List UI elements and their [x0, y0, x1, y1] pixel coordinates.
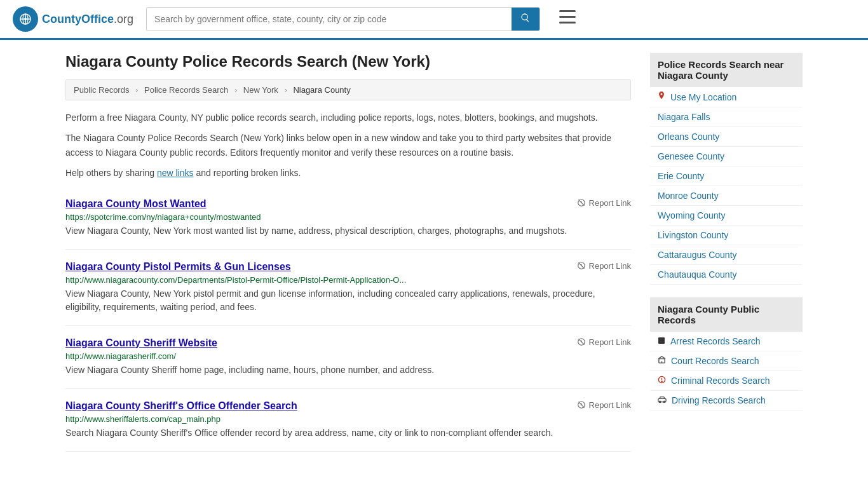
breadcrumb-public-records[interactable]: Public Records	[74, 85, 129, 95]
intro-paragraph-3: Help others by sharing new links and rep…	[65, 166, 631, 180]
sidebar-nearby-item: Cattaraugus County	[650, 245, 803, 265]
result-title[interactable]: Niagara County Most Wanted	[65, 198, 207, 210]
breadcrumb-new-york[interactable]: New York	[243, 85, 278, 95]
court-icon	[658, 356, 666, 366]
result-item: Niagara County Sheriff Website Report Li…	[65, 326, 631, 389]
search-bar	[146, 7, 540, 31]
sidebar-public-records-item: Driving Records Search	[650, 391, 803, 410]
search-input[interactable]	[147, 8, 512, 30]
svg-point-24	[659, 401, 661, 403]
sidebar-nearby-link[interactable]: Erie County	[658, 171, 704, 181]
sidebar-nearby-item: Genesee County	[650, 147, 803, 166]
sidebar-nearby-item: Livingston County	[650, 226, 803, 245]
svg-point-22	[661, 381, 662, 382]
result-title[interactable]: Niagara County Sheriff's Office Offender…	[65, 400, 297, 412]
sidebar-public-records-item: Court Records Search	[650, 351, 803, 371]
sidebar-nearby-item: Wyoming County	[650, 206, 803, 226]
result-desc: View Niagara County, New York most wante…	[65, 224, 631, 238]
svg-rect-6	[559, 10, 576, 12]
location-icon	[658, 92, 665, 102]
result-header: Niagara County Most Wanted Report Link	[65, 198, 631, 210]
sidebar-public-records-link[interactable]: Arrest Records Search	[670, 336, 761, 346]
sidebar-nearby-item: Monroe County	[650, 186, 803, 206]
sidebar-public-records-item: Arrest Records Search	[650, 332, 803, 351]
report-link-button[interactable]: Report Link	[577, 198, 631, 208]
breadcrumb: Public Records › Police Records Search ›…	[65, 79, 631, 100]
sidebar-nearby-link[interactable]: Chautauqua County	[658, 269, 737, 280]
sidebar-nearby-title: Police Records Search near Niagara Count…	[650, 53, 803, 87]
sidebar-public-records-link[interactable]: Driving Records Search	[672, 395, 766, 405]
report-icon	[577, 261, 586, 270]
result-title[interactable]: Niagara County Pistol Permits & Gun Lice…	[65, 261, 291, 273]
logo-text: CountyOffice.org	[42, 13, 133, 26]
sidebar-nearby-link[interactable]: Cattaraugus County	[658, 250, 737, 260]
report-link-button[interactable]: Report Link	[577, 400, 631, 410]
result-item: Niagara County Pistol Permits & Gun Lice…	[65, 250, 631, 326]
arrest-icon	[658, 337, 665, 346]
sidebar-public-records-link[interactable]: Criminal Records Search	[671, 376, 770, 386]
sidebar-nearby-section: Police Records Search near Niagara Count…	[650, 53, 803, 285]
result-url[interactable]: http://www.niagarasheriff.com/	[65, 351, 631, 361]
result-desc: Search Niagara County Sheriff's Office o…	[65, 426, 631, 440]
svg-point-5	[24, 18, 27, 20]
sidebar-nearby-item: Chautauqua County	[650, 265, 803, 285]
sidebar-public-records-title: Niagara County Public Records	[650, 297, 803, 332]
sidebar-nearby-item: Orleans County	[650, 127, 803, 147]
svg-rect-17	[658, 337, 665, 344]
content-area: Niagara County Police Records Search (Ne…	[65, 53, 631, 452]
svg-rect-7	[559, 16, 576, 18]
result-title[interactable]: Niagara County Sheriff Website	[65, 337, 217, 349]
breadcrumb-police-records[interactable]: Police Records Search	[144, 85, 228, 95]
report-icon	[577, 337, 586, 346]
sidebar: Police Records Search near Niagara Count…	[650, 53, 803, 452]
sidebar-nearby-link[interactable]: Genesee County	[658, 151, 724, 161]
result-item: Niagara County Most Wanted Report Link h…	[65, 187, 631, 250]
sidebar-public-records-list: Arrest Records Search Court Records Sear…	[650, 332, 803, 410]
sidebar-nearby-link[interactable]: Wyoming County	[658, 210, 725, 220]
sidebar-nearby-link[interactable]: Use My Location	[670, 92, 736, 102]
sidebar-nearby-link[interactable]: Orleans County	[658, 132, 719, 142]
driving-icon	[658, 396, 667, 405]
svg-rect-8	[559, 22, 576, 24]
criminal-icon	[658, 376, 666, 386]
report-link-button[interactable]: Report Link	[577, 337, 631, 347]
sidebar-nearby-link[interactable]: Niagara Falls	[658, 112, 710, 122]
result-desc: View Niagara County, New York pistol per…	[65, 287, 631, 314]
sidebar-public-records-section: Niagara County Public Records Arrest Rec…	[650, 297, 803, 410]
report-icon	[577, 400, 586, 409]
new-links-link[interactable]: new links	[157, 168, 194, 178]
sidebar-nearby-item: Erie County	[650, 166, 803, 186]
result-url[interactable]: https://spotcrime.com/ny/niagara+county/…	[65, 212, 631, 222]
hamburger-menu[interactable]	[559, 10, 576, 28]
search-button[interactable]	[512, 8, 539, 30]
report-icon	[577, 198, 586, 207]
page-title: Niagara County Police Records Search (Ne…	[65, 53, 631, 71]
site-logo[interactable]: CountyOffice.org	[13, 6, 133, 32]
result-desc: View Niagara County Sheriff home page, i…	[65, 363, 631, 377]
sidebar-nearby-link[interactable]: Livingston County	[658, 230, 728, 240]
sidebar-nearby-item: Niagara Falls	[650, 107, 803, 127]
intro-paragraph-2: The Niagara County Police Records Search…	[65, 131, 631, 159]
result-url[interactable]: http://www.sheriffalerts.com/cap_main.ph…	[65, 414, 631, 424]
sidebar-nearby-link[interactable]: Monroe County	[658, 191, 719, 201]
result-header: Niagara County Sheriff's Office Offender…	[65, 400, 631, 412]
sidebar-public-records-link[interactable]: Court Records Search	[671, 356, 759, 366]
sidebar-nearby-item: Use My Location	[650, 87, 803, 107]
sidebar-nearby-list: Use My LocationNiagara FallsOrleans Coun…	[650, 87, 803, 285]
result-header: Niagara County Pistol Permits & Gun Lice…	[65, 261, 631, 273]
sidebar-public-records-item: Criminal Records Search	[650, 371, 803, 391]
result-item: Niagara County Sheriff's Office Offender…	[65, 389, 631, 452]
intro-paragraph-1: Perform a free Niagara County, NY public…	[65, 111, 631, 125]
report-link-button[interactable]: Report Link	[577, 261, 631, 271]
site-header: CountyOffice.org	[0, 0, 868, 40]
logo-icon	[13, 6, 38, 32]
main-container: Niagara County Police Records Search (Ne…	[53, 40, 815, 464]
result-header: Niagara County Sheriff Website Report Li…	[65, 337, 631, 349]
result-url[interactable]: http://www.niagaracounty.com/Departments…	[65, 275, 631, 285]
svg-point-25	[663, 401, 665, 403]
breadcrumb-current: Niagara County	[293, 85, 350, 95]
results-container: Niagara County Most Wanted Report Link h…	[65, 187, 631, 452]
